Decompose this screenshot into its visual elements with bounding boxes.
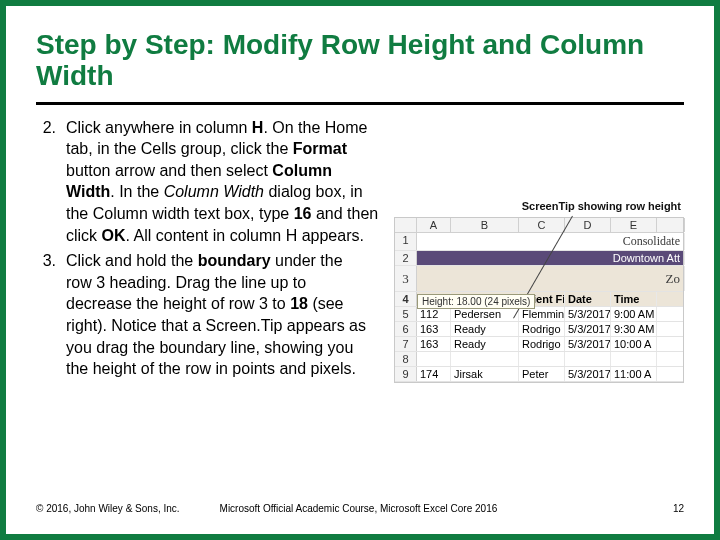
cell: [565, 352, 611, 366]
row-number: 8: [395, 352, 417, 366]
list-number: 3.: [36, 250, 66, 380]
row-number: 6: [395, 322, 417, 336]
screentip-caption: ScreenTip showing row height: [522, 200, 681, 212]
cell: Ready: [451, 337, 519, 351]
table-row: 1 Consolidate: [395, 233, 683, 251]
slide: Step by Step: Modify Row Height and Colu…: [6, 6, 714, 534]
cell: 5/3/2017: [565, 307, 611, 321]
cell: 10:00 A: [611, 337, 657, 351]
table-row: 8: [395, 352, 683, 367]
cell: Rodrigo: [519, 337, 565, 351]
cell: Date: [565, 292, 611, 306]
cell: 9:30 AM: [611, 322, 657, 336]
cell: Zo: [417, 266, 685, 291]
cell: [611, 352, 657, 366]
copyright: © 2016, John Wiley & Sons, Inc.: [36, 503, 180, 514]
list-text: Click and hold the boundary under the ro…: [66, 250, 366, 380]
divider: [36, 102, 684, 105]
cell: 174: [417, 367, 451, 381]
col-header: E: [611, 218, 657, 232]
cell: Pedersen: [451, 307, 519, 321]
cell: 5/3/2017: [565, 322, 611, 336]
cell: 163: [417, 322, 451, 336]
table-row: 3 Zo: [395, 266, 683, 292]
data-rows: 5112PedersenFlemming5/3/20179:00 AM6163R…: [395, 307, 683, 382]
course-name: Microsoft Official Academic Course, Micr…: [180, 503, 673, 514]
table-row: 6163ReadyRodrigo5/3/20179:30 AM: [395, 322, 683, 337]
row-number: 5: [395, 307, 417, 321]
col-header: D: [565, 218, 611, 232]
row-number: 4: [395, 292, 417, 306]
table-row: 5112PedersenFlemming5/3/20179:00 AM: [395, 307, 683, 322]
page-number: 12: [673, 503, 684, 514]
row-number: 7: [395, 337, 417, 351]
table-row: 9174JirsakPeter5/3/201711:00 A: [395, 367, 683, 382]
cell: Time: [611, 292, 657, 306]
cell: Peter: [519, 367, 565, 381]
cell: Rodrigo: [519, 322, 565, 336]
cell: 112: [417, 307, 451, 321]
col-header: B: [451, 218, 519, 232]
col-header: [395, 218, 417, 232]
list-number: 2.: [36, 117, 66, 247]
list-text: Click anywhere in column H. On the Home …: [66, 117, 382, 247]
row-number: 2: [395, 251, 417, 265]
row-height-tooltip: Height: 18.00 (24 pixels): [417, 294, 535, 309]
col-header: C: [519, 218, 565, 232]
cell: 11:00 A: [611, 367, 657, 381]
cell: Jirsak: [451, 367, 519, 381]
excel-screenshot: ScreenTip showing row height A B C D E 1…: [394, 217, 684, 383]
cell: Flemming: [519, 307, 565, 321]
row-number: 9: [395, 367, 417, 381]
col-header: [657, 218, 685, 232]
cell: Consolidate: [417, 233, 685, 250]
cell: 9:00 AM: [611, 307, 657, 321]
col-header: A: [417, 218, 451, 232]
figure-wrap: ScreenTip showing row height A B C D E 1…: [394, 117, 684, 497]
cell: Ready: [451, 322, 519, 336]
footer: © 2016, John Wiley & Sons, Inc. Microsof…: [36, 503, 684, 514]
column-headers: A B C D E: [395, 218, 683, 233]
list-item: 2. Click anywhere in column H. On the Ho…: [36, 117, 382, 247]
text-column: 2. Click anywhere in column H. On the Ho…: [36, 117, 382, 497]
slide-title: Step by Step: Modify Row Height and Colu…: [36, 30, 684, 92]
cell: [519, 352, 565, 366]
table-row: 2 Downtown Att: [395, 251, 683, 266]
row-number: 3: [395, 266, 417, 291]
row-number: 1: [395, 233, 417, 250]
body: 2. Click anywhere in column H. On the Ho…: [36, 117, 684, 497]
cell: 163: [417, 337, 451, 351]
list-item: 3. Click and hold the boundary under the…: [36, 250, 382, 380]
cell: [451, 352, 519, 366]
cell: 5/3/2017: [565, 367, 611, 381]
table-row: 7163ReadyRodrigo5/3/201710:00 A: [395, 337, 683, 352]
cell: 5/3/2017: [565, 337, 611, 351]
cell: [417, 352, 451, 366]
